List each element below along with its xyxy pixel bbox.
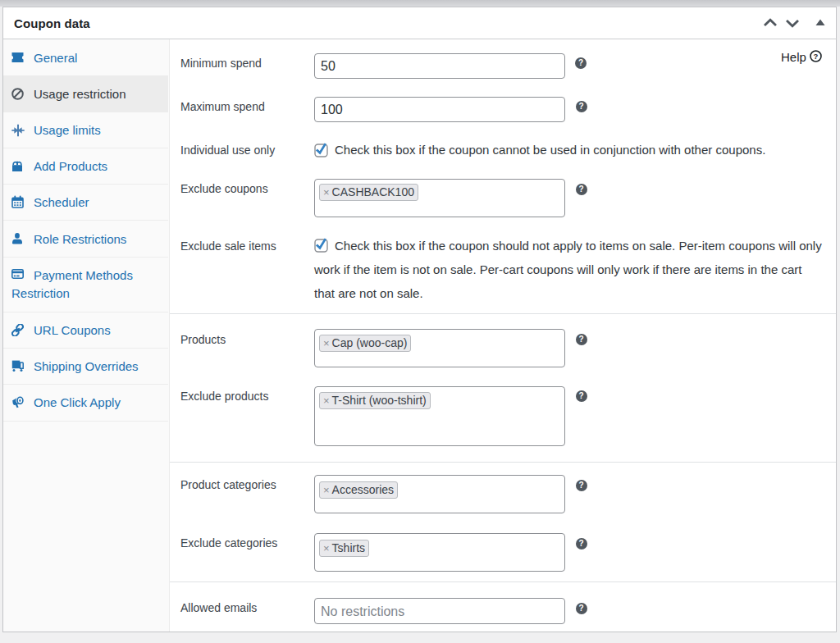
svg-text:?: ? xyxy=(814,52,819,61)
